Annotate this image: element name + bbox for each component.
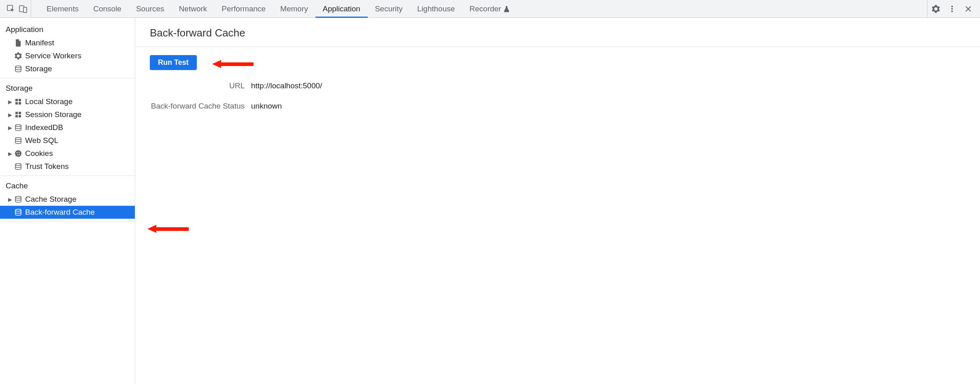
sidebar-item-manifest[interactable]: Manifest (0, 36, 135, 49)
expand-triangle-icon[interactable]: ▶ (7, 125, 13, 131)
tab-performance[interactable]: Performance (214, 0, 273, 17)
run-test-button[interactable]: Run Test (150, 55, 197, 70)
panel-tabs: Elements Console Sources Network Perform… (31, 0, 927, 17)
sidebar-item-label: IndexedDB (25, 123, 63, 132)
sidebar-item-label: Cache Storage (25, 195, 77, 204)
tab-security[interactable]: Security (368, 0, 410, 17)
page-title: Back-forward Cache (135, 18, 980, 47)
tab-network[interactable]: Network (172, 0, 215, 17)
expand-triangle-icon[interactable]: ▶ (7, 196, 13, 203)
sidebar-item-web-sql[interactable]: Web SQL (0, 134, 135, 147)
sidebar-item-label: Session Storage (25, 110, 81, 119)
svg-point-23 (15, 196, 21, 198)
expand-triangle-icon[interactable]: ▶ (7, 99, 13, 105)
sidebar-item-trust-tokens[interactable]: Trust Tokens (0, 160, 135, 173)
inspect-icon[interactable] (6, 4, 15, 13)
main-panel: Back-forward Cache Run Test URL http://l… (135, 18, 980, 384)
svg-point-17 (15, 150, 21, 157)
cookie-icon (14, 150, 23, 157)
svg-point-20 (17, 154, 19, 156)
sidebar-item-label: Trust Tokens (25, 162, 69, 171)
sidebar-item-back-forward-cache[interactable]: Back-forward Cache (0, 206, 135, 219)
section-title-application: Application (0, 22, 135, 36)
svg-rect-14 (19, 115, 21, 117)
sidebar-item-label: Service Workers (25, 51, 81, 60)
gear-icon (14, 52, 23, 60)
sidebar-item-storage[interactable]: Storage (0, 62, 135, 75)
flask-icon (503, 6, 510, 12)
tab-sources[interactable]: Sources (129, 0, 172, 17)
sidebar-item-label: Back-forward Cache (25, 208, 95, 217)
expand-triangle-icon[interactable]: ▶ (7, 151, 13, 157)
sidebar-item-cache-storage[interactable]: ▶ Cache Storage (0, 193, 135, 206)
kv-row-status: Back-forward Cache Status unknown (150, 102, 965, 111)
database-icon (14, 124, 23, 131)
kv-row-url: URL http://localhost:5000/ (150, 81, 965, 90)
main-content: Run Test URL http://localhost:5000/ Back… (135, 47, 980, 119)
svg-point-15 (15, 125, 21, 127)
svg-point-18 (17, 152, 18, 154)
sidebar-item-cookies[interactable]: ▶ Cookies (0, 147, 135, 160)
sidebar-item-label: Local Storage (25, 97, 72, 106)
sidebar-item-label: Web SQL (25, 136, 58, 145)
svg-rect-12 (19, 112, 21, 114)
file-icon (14, 39, 23, 47)
svg-rect-10 (19, 102, 21, 105)
svg-point-3 (951, 6, 953, 7)
section-title-storage: Storage (0, 81, 135, 95)
sidebar-item-service-workers[interactable]: Service Workers (0, 49, 135, 62)
svg-point-22 (15, 164, 21, 166)
svg-rect-8 (19, 99, 21, 101)
devtools-body: Application Manifest Service Workers Sto… (0, 18, 980, 384)
svg-rect-11 (15, 112, 18, 114)
section-title-cache: Cache (0, 178, 135, 193)
sidebar-item-indexeddb[interactable]: ▶ IndexedDB (0, 121, 135, 134)
application-sidebar: Application Manifest Service Workers Sto… (0, 18, 135, 384)
tab-console[interactable]: Console (86, 0, 129, 17)
devtools-top-bar: Elements Console Sources Network Perform… (0, 0, 980, 18)
svg-point-21 (19, 154, 20, 155)
grid-icon (14, 111, 23, 118)
sidebar-item-label: Cookies (25, 149, 53, 158)
kv-value: http://localhost:5000/ (251, 81, 322, 90)
svg-point-6 (15, 66, 21, 68)
svg-point-5 (951, 11, 953, 12)
svg-rect-9 (15, 102, 18, 105)
annotation-arrow (147, 225, 189, 233)
svg-rect-7 (15, 99, 18, 101)
database-icon (14, 163, 23, 170)
tab-application[interactable]: Application (315, 0, 368, 17)
svg-rect-2 (23, 7, 27, 13)
sidebar-item-local-storage[interactable]: ▶ Local Storage (0, 95, 135, 108)
sidebar-item-session-storage[interactable]: ▶ Session Storage (0, 108, 135, 121)
svg-point-16 (15, 138, 21, 140)
sidebar-item-label: Storage (25, 64, 52, 73)
kv-value: unknown (251, 102, 282, 111)
kv-label: URL (150, 81, 251, 90)
expand-triangle-icon[interactable]: ▶ (7, 112, 13, 118)
tab-elements[interactable]: Elements (39, 0, 86, 17)
settings-gear-icon[interactable] (931, 4, 940, 13)
database-icon (14, 65, 23, 73)
svg-point-24 (15, 209, 21, 211)
svg-point-19 (19, 152, 20, 153)
svg-rect-13 (15, 115, 18, 117)
more-vert-icon[interactable] (948, 4, 957, 13)
grid-icon (14, 98, 23, 105)
close-icon[interactable] (964, 4, 973, 13)
tab-recorder-label: Recorder (469, 4, 501, 13)
database-icon (14, 137, 23, 144)
svg-point-4 (951, 8, 953, 10)
top-left-icon-group (3, 0, 31, 17)
database-icon (14, 196, 23, 203)
tab-recorder[interactable]: Recorder (462, 0, 517, 17)
kv-label: Back-forward Cache Status (150, 102, 251, 111)
tab-lighthouse[interactable]: Lighthouse (410, 0, 462, 17)
database-icon (14, 209, 23, 216)
tab-memory[interactable]: Memory (273, 0, 315, 17)
device-toggle-icon[interactable] (19, 4, 28, 13)
sidebar-item-label: Manifest (25, 38, 54, 47)
top-right-icon-group (927, 0, 977, 17)
